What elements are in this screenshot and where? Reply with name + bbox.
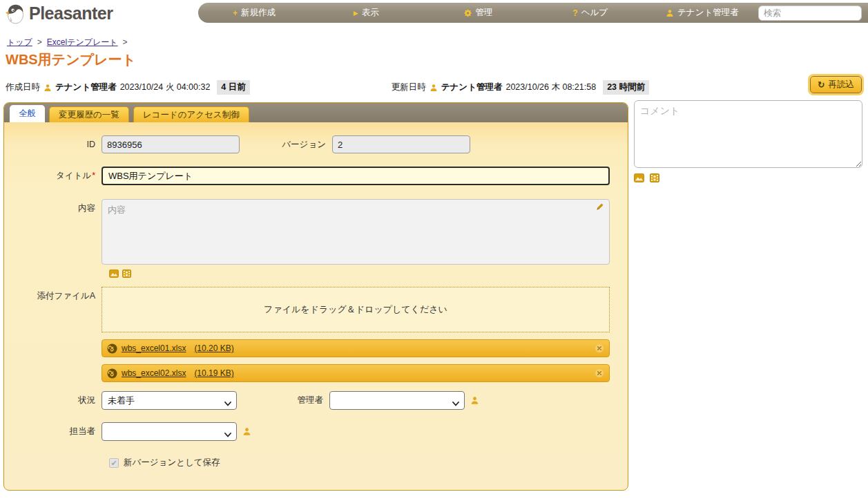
person-icon	[44, 84, 52, 92]
owner-label: 担当者	[12, 426, 102, 437]
id-field	[102, 135, 240, 153]
tab-general[interactable]: 全般	[10, 105, 45, 122]
nav-label-admin: 管理	[476, 7, 493, 19]
nav-label-tenant-admin: テナント管理者	[677, 7, 739, 19]
reload-button[interactable]: ↻ 再読込	[810, 76, 862, 93]
breadcrumb-separator: >	[37, 37, 42, 47]
tab-change-history[interactable]: 変更履歴の一覧	[49, 106, 129, 122]
body-media-toolbar	[109, 270, 628, 278]
file-size: (10.19 KB)	[194, 368, 233, 378]
attachments-row: 添付ファイルA ファイルをドラッグ＆ドロップしてください wbs_excel01…	[12, 287, 628, 382]
nav-label-new: 新規作成	[241, 7, 276, 19]
check-icon: ✔	[110, 459, 117, 467]
updated-ago-badge: 23 時間前	[603, 80, 649, 95]
image-icon[interactable]	[109, 270, 119, 278]
nav-item-tenant-admin[interactable]: テナント管理者	[646, 7, 758, 19]
person-picker-icon[interactable]	[242, 427, 251, 436]
updated-meta: 更新日時 テナント管理者 2023/10/26 木 08:21:58 23 時間…	[392, 80, 649, 95]
status-manager-row: 状況 未着手 管理者	[12, 391, 628, 410]
new-version-checkbox: ✔	[109, 458, 119, 468]
file-link[interactable]: wbs_excel02.xlsx (10.19 KB)	[122, 368, 234, 378]
title-row: タイトル*	[12, 167, 628, 185]
created-ago-badge: 4 日前	[217, 80, 249, 95]
attached-file-row: wbs_excel01.xlsx (10.20 KB)	[102, 339, 610, 357]
title-input[interactable]	[102, 167, 610, 185]
version-field	[332, 135, 470, 153]
film-icon[interactable]	[122, 270, 131, 278]
paperclip-icon	[107, 343, 117, 354]
chevron-down-icon	[224, 398, 231, 408]
title-label: タイトル*	[12, 170, 102, 182]
body-textarea[interactable]	[102, 199, 610, 265]
updated-label: 更新日時	[392, 82, 426, 93]
paperclip-icon	[107, 368, 117, 379]
file-name: wbs_excel02.xlsx	[122, 368, 186, 378]
nav-item-new[interactable]: + 新規作成	[198, 7, 310, 19]
updated-user: テナント管理者	[441, 82, 503, 93]
person-icon	[666, 9, 674, 17]
attachments-label: 添付ファイルA	[12, 287, 102, 302]
file-name: wbs_excel01.xlsx	[122, 343, 186, 353]
nav-item-admin[interactable]: 管理	[422, 7, 534, 19]
breadcrumb-link-excel-template[interactable]: Excelテンプレート	[47, 37, 118, 47]
pleasanter-logo-icon	[4, 3, 26, 24]
comments-column	[634, 100, 862, 182]
file-link[interactable]: wbs_excel01.xlsx (10.20 KB)	[122, 343, 234, 353]
nav-item-view[interactable]: ▶ 表示	[310, 7, 422, 19]
required-mark: *	[92, 171, 95, 180]
main-navbar: + 新規作成 ▶ 表示 管理 ? ヘルプ	[198, 3, 868, 23]
breadcrumb-link-top[interactable]: トップ	[7, 37, 32, 47]
nav-label-view: 表示	[362, 7, 379, 19]
question-icon: ?	[572, 8, 577, 18]
owner-row: 担当者	[12, 422, 628, 441]
file-size: (10.20 KB)	[194, 343, 233, 353]
breadcrumb: トップ>Excelテンプレート>	[7, 37, 133, 48]
attached-file-row: wbs_excel02.xlsx (10.19 KB)	[102, 364, 610, 382]
updated-datetime: 2023/10/26 木 08:21:58	[505, 82, 596, 93]
new-version-label: 新バージョンとして保存	[124, 457, 220, 469]
version-label: バージョン	[240, 139, 332, 151]
search-input[interactable]	[758, 6, 862, 21]
owner-select[interactable]	[102, 422, 237, 441]
nav-label-help: ヘルプ	[581, 7, 608, 19]
created-user: テナント管理者	[55, 82, 117, 93]
close-icon[interactable]	[595, 343, 604, 353]
close-icon[interactable]	[595, 368, 604, 378]
person-icon	[430, 84, 438, 92]
status-value: 未着手	[108, 395, 135, 407]
pleasanter-logo[interactable]: Pleasanter	[4, 3, 113, 24]
file-dropzone[interactable]: ファイルをドラッグ＆ドロップしてください	[102, 287, 610, 332]
id-version-row: ID バージョン	[12, 135, 628, 153]
manager-select[interactable]	[329, 391, 465, 410]
chevron-down-icon	[224, 429, 231, 439]
dropzone-text: ファイルをドラッグ＆ドロップしてください	[264, 303, 447, 316]
created-datetime: 2023/10/24 火 04:00:32	[120, 82, 211, 93]
id-label: ID	[12, 140, 102, 149]
pencil-icon[interactable]	[596, 202, 604, 213]
plus-icon: +	[233, 8, 238, 18]
record-meta: 作成日時 テナント管理者 2023/10/24 火 04:00:32 4 日前 …	[6, 80, 649, 95]
created-label: 作成日時	[6, 82, 40, 93]
new-version-row: ✔ 新バージョンとして保存	[109, 457, 628, 469]
manager-label: 管理者	[237, 395, 329, 406]
app-header: Pleasanter + 新規作成 ▶ 表示 管理 ? ヘルプ	[0, 0, 868, 29]
tab-record-access-control[interactable]: レコードのアクセス制御	[133, 106, 249, 122]
person-picker-icon[interactable]	[470, 396, 479, 405]
triangle-icon: ▶	[354, 10, 358, 17]
general-tab-body: ID バージョン タイトル* 内容	[4, 122, 628, 469]
status-label: 状況	[12, 395, 102, 406]
comment-media-toolbar	[634, 173, 862, 182]
image-icon[interactable]	[634, 173, 644, 182]
reload-label: 再読込	[829, 79, 855, 91]
comment-textarea[interactable]	[634, 100, 862, 168]
created-meta: 作成日時 テナント管理者 2023/10/24 火 04:00:32 4 日前	[6, 80, 250, 95]
film-icon[interactable]	[650, 173, 659, 182]
logo-text: Pleasanter	[29, 3, 113, 23]
tabstrip: 全般 変更履歴の一覧 レコードのアクセス制御	[4, 103, 628, 122]
record-edit-panel: 全般 変更履歴の一覧 レコードのアクセス制御 ID バージョン タイトル* 内容	[3, 102, 628, 491]
refresh-icon: ↻	[818, 79, 824, 90]
gear-icon	[464, 9, 472, 17]
body-row: 内容	[12, 199, 628, 267]
nav-item-help[interactable]: ? ヘルプ	[534, 7, 646, 19]
status-select[interactable]: 未着手	[102, 391, 237, 410]
